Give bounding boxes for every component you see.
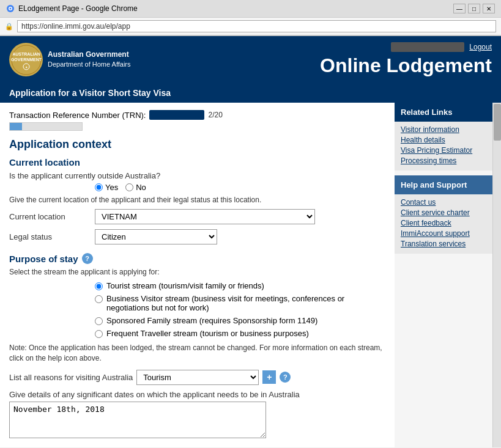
dept-name: Department of Home Affairs <box>48 60 131 69</box>
stream-sponsored-label: Sponsored Family stream (requires Sponso… <box>106 316 317 325</box>
stream-tourist-label: Tourist stream (tourism/visit family or … <box>106 281 264 290</box>
url-input[interactable] <box>17 20 496 32</box>
purpose-help-icon[interactable]: ? <box>82 253 93 264</box>
govt-logo: AUSTRALIAN GOVERNMENT ✦ Australian Gover… <box>9 43 131 76</box>
sidebar-divider <box>395 171 492 175</box>
stream-note: Note: Once the application has been lodg… <box>9 343 385 364</box>
legal-status-row: Legal status Citizen Permanent Resident … <box>9 229 385 244</box>
stream-tourist-radio[interactable] <box>95 282 103 290</box>
add-reason-button[interactable]: + <box>262 370 276 384</box>
help-section: Help and Support Contact us Client servi… <box>395 175 492 254</box>
sidebar-link-service-charter[interactable]: Client service charter <box>401 208 486 217</box>
stream-description: Select the stream the applicant is apply… <box>9 268 385 276</box>
purpose-title: Purpose of stay <box>9 254 78 264</box>
address-bar: 🔒 <box>0 18 501 35</box>
svg-point-2 <box>10 8 12 10</box>
sidebar-link-feedback[interactable]: Client feedback <box>401 219 486 227</box>
sidebar-link-pricing[interactable]: Visa Pricing Estimator <box>401 146 486 155</box>
coat-of-arms: AUSTRALIAN GOVERNMENT ✦ <box>9 43 43 76</box>
trn-value <box>149 110 204 120</box>
outside-australia-question: Is the applicant currently outside Austr… <box>9 171 385 180</box>
window-controls[interactable]: — □ ✕ <box>453 4 495 13</box>
sidebar-link-contact[interactable]: Contact us <box>401 198 486 207</box>
location-select[interactable]: VIETNAM Australia United Kingdom United … <box>95 209 315 224</box>
sidebar-link-visitor-info[interactable]: Visitor information <box>401 125 486 134</box>
related-links-header: Related Links <box>395 103 492 122</box>
close-button[interactable]: ✕ <box>483 4 495 13</box>
browser-chrome: ELodgement Page - Google Chrome — □ ✕ 🔒 <box>0 0 501 36</box>
logout-link[interactable]: Logout <box>469 43 492 51</box>
progress-bar-container <box>9 122 83 131</box>
trn-label: Transaction Reference Number (TRN): <box>9 111 146 120</box>
yes-radio[interactable] <box>95 183 103 191</box>
purpose-section: Purpose of stay ? Select the stream the … <box>9 253 385 440</box>
content-area: Transaction Reference Number (TRN): 2/20… <box>0 103 395 447</box>
legal-status-select[interactable]: Citizen Permanent Resident Temporary Res… <box>95 229 217 244</box>
stream-sponsored: Sponsored Family stream (requires Sponso… <box>95 316 385 325</box>
trn-section: Transaction Reference Number (TRN): 2/20 <box>9 110 385 131</box>
dates-section: Give details of any significant dates on… <box>9 390 385 440</box>
sidebar: Related Links Visitor information Health… <box>395 103 492 447</box>
browser-title: ELodgement Page - Google Chrome <box>18 4 138 13</box>
minimize-button[interactable]: — <box>453 4 466 13</box>
outside-australia-radio-group: Yes No <box>95 183 385 192</box>
svg-text:GOVERNMENT: GOVERNMENT <box>11 57 42 62</box>
stream-business: Business Visitor stream (business visit … <box>95 294 385 312</box>
reasons-select[interactable]: Tourism Business Education Medical Other <box>136 370 259 385</box>
dates-textarea[interactable]: November 18th, 2018 <box>9 402 266 438</box>
current-location-row: Current location VIETNAM Australia Unite… <box>9 209 385 224</box>
section-title-application-context: Application context <box>9 138 385 151</box>
no-label: No <box>136 183 146 192</box>
location-description: Give the current location of the applica… <box>9 196 385 204</box>
sidebar-link-translation[interactable]: Translation services <box>401 240 486 248</box>
stream-tourist: Tourist stream (tourism/visit family or … <box>95 281 385 290</box>
lock-icon: 🔒 <box>5 23 13 31</box>
stream-frequent-label: Frequent Traveller stream (tourism or bu… <box>106 329 309 338</box>
trn-row: Transaction Reference Number (TRN): 2/20 <box>9 110 385 120</box>
page-wrapper: AUSTRALIAN GOVERNMENT ✦ Australian Gover… <box>0 36 501 447</box>
dates-label: Give details of any significant dates on… <box>9 390 385 399</box>
purpose-header: Purpose of stay ? <box>9 253 385 264</box>
subsection-title-current-location: Current location <box>9 157 385 167</box>
no-radio[interactable] <box>125 183 133 191</box>
svg-text:AUSTRALIAN: AUSTRALIAN <box>12 52 40 56</box>
site-header: AUSTRALIAN GOVERNMENT ✦ Australian Gover… <box>0 36 501 83</box>
progress-bar-fill <box>10 123 22 130</box>
page-heading: Application for a Visitor Short Stay Vis… <box>9 88 171 98</box>
browser-titlebar: ELodgement Page - Google Chrome — □ ✕ <box>0 0 501 18</box>
sidebar-link-processing[interactable]: Processing times <box>401 156 486 165</box>
user-bar: Logout <box>391 42 492 52</box>
header-right: Logout Online Lodgement <box>320 42 492 77</box>
govt-text: Australian Government Department of Home… <box>48 50 131 69</box>
related-links-list: Visitor information Health details Visa … <box>395 122 492 171</box>
yes-label: Yes <box>105 183 118 192</box>
page-heading-bar: Application for a Visitor Short Stay Vis… <box>0 83 501 103</box>
scrollbar-thumb[interactable] <box>494 104 501 141</box>
stream-sponsored-radio[interactable] <box>95 317 103 325</box>
legal-status-label: Legal status <box>9 232 89 241</box>
stream-business-radio[interactable] <box>95 295 103 303</box>
list-reasons-row: List all reasons for visiting Australia … <box>9 370 385 385</box>
help-header: Help and Support <box>395 175 492 194</box>
govt-name: Australian Government <box>48 50 131 60</box>
help-links-list: Contact us Client service charter Client… <box>395 194 492 254</box>
related-links-section: Related Links Visitor information Health… <box>395 103 492 171</box>
stream-frequent-radio[interactable] <box>95 330 103 338</box>
reasons-help-icon[interactable]: ? <box>280 372 291 383</box>
stream-frequent: Frequent Traveller stream (tourism or bu… <box>95 329 385 338</box>
no-option[interactable]: No <box>125 183 146 192</box>
maximize-button[interactable]: □ <box>468 4 480 13</box>
username-hidden <box>391 42 464 52</box>
location-label: Current location <box>9 212 89 221</box>
stream-options: Tourist stream (tourism/visit family or … <box>95 281 385 338</box>
scrollbar[interactable] <box>492 103 501 447</box>
sidebar-link-health[interactable]: Health details <box>401 136 486 144</box>
sidebar-link-immi-support[interactable]: ImmiAccount support <box>401 229 486 238</box>
yes-option[interactable]: Yes <box>95 183 118 192</box>
site-title: Online Lodgement <box>320 54 492 77</box>
main-layout: Transaction Reference Number (TRN): 2/20… <box>0 103 501 447</box>
browser-icon <box>6 4 15 13</box>
trn-counter: 2/20 <box>208 111 222 119</box>
list-reasons-label: List all reasons for visiting Australia <box>9 373 133 382</box>
stream-business-label: Business Visitor stream (business visit … <box>106 294 385 312</box>
